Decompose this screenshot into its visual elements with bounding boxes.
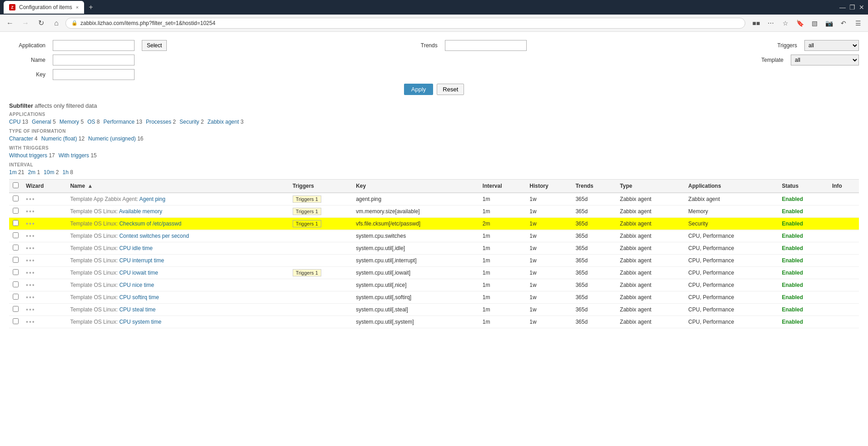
- dots-menu-icon[interactable]: •••: [26, 318, 35, 326]
- restore-button[interactable]: ❐: [849, 4, 855, 11]
- row-checkbox[interactable]: [13, 306, 19, 312]
- screenshot-button[interactable]: 📷: [823, 17, 835, 30]
- app-general[interactable]: General 5: [32, 119, 56, 125]
- template-select[interactable]: all: [791, 55, 859, 65]
- row-checkbox[interactable]: [13, 257, 19, 263]
- undo-button[interactable]: ↶: [837, 17, 850, 30]
- row-status: Enabled: [778, 279, 828, 291]
- app-os[interactable]: OS 8: [87, 119, 100, 125]
- row-interval: 1m: [479, 267, 526, 279]
- app-performance[interactable]: Performance 13: [104, 119, 142, 125]
- header-name[interactable]: Name ▲: [66, 180, 289, 193]
- reset-button[interactable]: Reset: [437, 84, 464, 95]
- row-checkbox[interactable]: [13, 245, 19, 251]
- interval-1m[interactable]: 1m 21: [9, 169, 24, 175]
- app-cpu[interactable]: CPU 13: [9, 119, 28, 125]
- items-table: Wizard Name ▲ Triggers Key Interval Hist…: [9, 179, 859, 328]
- dots-menu-icon[interactable]: •••: [26, 281, 35, 289]
- dots-menu-icon[interactable]: •••: [26, 208, 35, 215]
- status-badge: Enabled: [782, 257, 803, 264]
- trigger-badge[interactable]: Triggers 1: [293, 195, 321, 203]
- dots-menu-icon[interactable]: •••: [26, 257, 35, 264]
- name-input[interactable]: [53, 55, 135, 65]
- interval-10m[interactable]: 10m 2: [44, 169, 59, 175]
- row-triggers: [289, 316, 352, 328]
- row-item-link[interactable]: CPU system time: [119, 319, 161, 325]
- interval-1h[interactable]: 1h 8: [62, 169, 73, 175]
- row-template-part: Template OS Linux:: [70, 306, 119, 313]
- subfilter-strong: Subfilter: [9, 102, 33, 109]
- type-character[interactable]: Character 4: [9, 135, 38, 142]
- app-memory[interactable]: Memory 5: [60, 119, 84, 125]
- type-numeric-unsigned[interactable]: Numeric (unsigned) 16: [88, 135, 143, 142]
- bookmark2-button[interactable]: 🔖: [793, 17, 806, 30]
- row-item-link[interactable]: Context switches per second: [119, 233, 189, 239]
- row-checkbox[interactable]: [13, 208, 19, 214]
- triggers-select[interactable]: all Yes No: [804, 40, 859, 51]
- row-item-link[interactable]: CPU idle time: [119, 245, 152, 251]
- dots-menu-icon[interactable]: •••: [26, 269, 35, 276]
- row-item-link[interactable]: Available memory: [119, 208, 162, 215]
- type-numeric-float[interactable]: Numeric (float) 12: [41, 135, 85, 142]
- dots-menu-icon[interactable]: •••: [26, 294, 35, 301]
- apply-button[interactable]: Apply: [404, 84, 434, 95]
- row-item-link[interactable]: CPU softirq time: [119, 294, 159, 301]
- dots-menu-icon[interactable]: •••: [26, 220, 35, 227]
- row-trends: 365d: [572, 230, 616, 242]
- app-processes[interactable]: Processes 2: [146, 119, 176, 125]
- app-zabbix-agent[interactable]: Zabbix agent 3: [207, 119, 243, 125]
- browser-tab[interactable]: Z Configuration of items ×: [4, 1, 84, 14]
- trends-input[interactable]: [445, 40, 527, 51]
- row-item-link[interactable]: CPU nice time: [119, 282, 154, 288]
- key-input[interactable]: [53, 69, 135, 80]
- row-checkbox[interactable]: [13, 195, 19, 201]
- row-checkbox[interactable]: [13, 269, 19, 275]
- row-item-link[interactable]: CPU interrupt time: [119, 257, 164, 264]
- without-triggers[interactable]: Without triggers 17: [9, 152, 55, 159]
- application-input[interactable]: [53, 40, 135, 51]
- row-item-link[interactable]: Checksum of /etc/passwd: [119, 220, 181, 227]
- header-type: Type: [616, 180, 685, 193]
- row-item-link[interactable]: CPU iowait time: [119, 270, 158, 276]
- menu-button[interactable]: ☰: [852, 17, 864, 30]
- home-button[interactable]: ⌂: [50, 17, 63, 30]
- row-checkbox[interactable]: [13, 232, 19, 238]
- trigger-badge[interactable]: Triggers 1: [293, 220, 321, 227]
- reader-button[interactable]: ▧: [808, 17, 821, 30]
- row-wizard: •••: [22, 255, 66, 267]
- row-key: system.cpu.switches: [352, 230, 479, 242]
- row-checkbox[interactable]: [13, 220, 19, 226]
- row-item-link[interactable]: Agent ping: [140, 196, 165, 202]
- browser-navbar: ← → ↻ ⌂ 🔒 ■■ ⋯ ☆ 🔖 ▧ 📷 ↶ ☰: [0, 15, 868, 32]
- row-name: Template OS Linux: CPU interrupt time: [66, 255, 289, 267]
- dots-menu-icon[interactable]: •••: [26, 306, 35, 313]
- url-input[interactable]: [80, 20, 739, 26]
- trigger-badge[interactable]: Triggers 1: [293, 269, 321, 276]
- select-button[interactable]: Select: [142, 40, 167, 51]
- url-bar: 🔒: [65, 18, 745, 29]
- reload-button[interactable]: ↻: [35, 17, 47, 30]
- row-trends: 365d: [572, 255, 616, 267]
- extensions-button[interactable]: ■■: [750, 17, 763, 30]
- new-tab-button[interactable]: +: [89, 3, 93, 11]
- dots-menu-icon[interactable]: •••: [26, 195, 35, 203]
- row-item-link[interactable]: CPU steal time: [119, 306, 155, 313]
- minimize-button[interactable]: —: [839, 4, 846, 11]
- row-checkbox[interactable]: [13, 318, 19, 324]
- forward-button[interactable]: →: [19, 17, 32, 30]
- with-triggers[interactable]: With triggers 15: [59, 152, 97, 159]
- row-wizard: •••: [22, 279, 66, 291]
- row-checkbox[interactable]: [13, 294, 19, 300]
- dots-menu-icon[interactable]: •••: [26, 245, 35, 252]
- dots-menu-icon[interactable]: •••: [26, 232, 35, 240]
- row-checkbox[interactable]: [13, 281, 19, 287]
- bookmark-button[interactable]: ☆: [779, 17, 792, 30]
- select-all-checkbox[interactable]: [13, 182, 19, 188]
- back-button[interactable]: ←: [4, 17, 16, 30]
- interval-2m[interactable]: 2m 1: [28, 169, 40, 175]
- trigger-badge[interactable]: Triggers 1: [293, 208, 321, 215]
- app-security[interactable]: Security 2: [180, 119, 204, 125]
- close-window-button[interactable]: ✕: [859, 4, 864, 11]
- close-tab-button[interactable]: ×: [76, 5, 79, 10]
- more-options-button[interactable]: ⋯: [764, 17, 777, 30]
